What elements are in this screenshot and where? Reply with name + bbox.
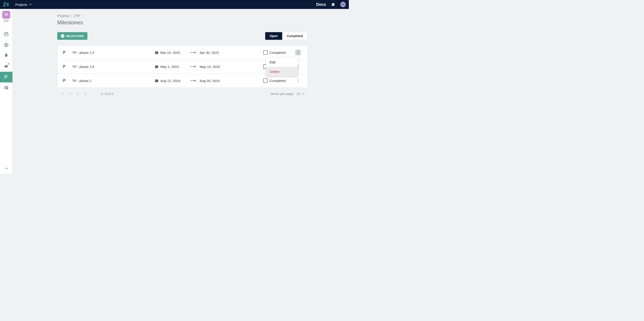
completed-checkbox[interactable] [263, 78, 268, 83]
svg-rect-9 [156, 66, 156, 67]
svg-point-7 [298, 53, 298, 54]
status-label: Completed [270, 51, 292, 54]
arrow-right-icon [4, 166, 8, 171]
plus-circle-icon [61, 34, 64, 38]
chevron-down-icon [29, 3, 32, 6]
ipp-label: Items per page: [271, 92, 294, 96]
topbar: Projects Docs HH [0, 0, 349, 9]
pager-range: 1–3 of 3 [101, 92, 113, 96]
logo-icon [3, 2, 9, 6]
arrow-right-icon [190, 65, 196, 68]
sidebar-item-rocket[interactable] [0, 50, 12, 61]
svg-point-5 [298, 51, 298, 51]
tab-completed[interactable]: Completed [282, 32, 308, 40]
milestone-name[interactable]: TP - phase 2 [72, 79, 150, 83]
flag-icon [62, 50, 70, 54]
page-title: Milestones [57, 19, 308, 26]
status-label: Completed [270, 79, 292, 83]
milestone-start: May 1, 2023 [160, 65, 187, 69]
items-per-page[interactable]: Items per page: 10 [271, 92, 304, 96]
projects-dropdown[interactable]: Projects [15, 3, 32, 6]
rocket-icon [4, 53, 9, 58]
completed-checkbox[interactable] [263, 50, 268, 55]
pager: 1–3 of 3 Items per page: 10 [57, 88, 308, 96]
sidebar-item-archive[interactable] [0, 29, 12, 39]
pager-last[interactable] [84, 92, 88, 96]
pager-next[interactable] [76, 92, 79, 96]
sidebar-item-settings[interactable] [0, 82, 12, 93]
svg-point-6 [298, 52, 298, 53]
toolbar: MILESTONE Open Completed [57, 32, 308, 40]
sidebar-item-milestones[interactable] [0, 72, 12, 82]
breadcrumb-projects[interactable]: Projects [57, 14, 69, 18]
megaphone-icon [4, 64, 9, 69]
chevron-down-icon [302, 93, 304, 95]
flag-icon [62, 79, 70, 83]
avatar[interactable]: HH [340, 2, 346, 7]
more-vert-icon [298, 79, 298, 82]
filter-toggle: Open Completed [265, 32, 308, 40]
pager-first[interactable] [60, 92, 64, 96]
sidebar-expand[interactable] [4, 166, 8, 174]
add-milestone-label: MILESTONE [66, 34, 84, 38]
calendar-icon [154, 79, 158, 83]
row-more-button[interactable] [295, 50, 301, 55]
milestone-end: Apr 30, 2023 [200, 51, 226, 54]
calendar-icon [154, 50, 158, 54]
svg-rect-4 [156, 52, 156, 53]
menu-delete[interactable]: Delete [266, 67, 298, 76]
svg-point-15 [298, 79, 298, 79]
tab-open[interactable]: Open [265, 32, 282, 40]
breadcrumb-sep: / [82, 14, 83, 18]
projects-label: Projects [15, 3, 27, 6]
svg-point-16 [298, 80, 298, 81]
milestone-start: Mar 15, 2023 [160, 51, 187, 54]
row-more-button[interactable] [295, 78, 301, 83]
gear-icon [4, 85, 9, 90]
milestone-end: Aug 26, 2024 [200, 79, 226, 83]
flag-icon [62, 64, 70, 69]
project-code: ZTP [4, 20, 9, 23]
add-milestone-button[interactable]: MILESTONE [57, 32, 88, 40]
milestone-name[interactable]: TP - phase 1.6 [72, 65, 150, 69]
svg-rect-8 [155, 65, 158, 68]
first-page-icon [60, 92, 64, 96]
flag-icon [4, 75, 9, 79]
arrow-right-icon [190, 51, 196, 54]
menu-edit[interactable]: Edit [266, 58, 298, 67]
svg-point-17 [298, 81, 298, 82]
chevron-left-icon [69, 92, 72, 96]
milestone-start: Aug 12, 2024 [160, 79, 187, 83]
arrow-right-icon [190, 79, 196, 82]
calendar-icon [154, 64, 158, 69]
pager-prev[interactable] [69, 92, 72, 96]
svg-rect-14 [156, 80, 156, 81]
sidebar-item-play[interactable] [0, 39, 12, 50]
topbar-right: Docs HH [316, 2, 346, 7]
sidebar-item-announce[interactable] [0, 61, 12, 72]
breadcrumb-sep: / [71, 14, 72, 18]
ipp-value: 10 [296, 92, 300, 96]
sidebar-divider [3, 25, 10, 26]
breadcrumb: Projects / ZTP / [57, 14, 308, 18]
svg-rect-13 [155, 79, 158, 82]
main-content: Projects / ZTP / Milestones MILESTONE Op… [12, 9, 349, 174]
milestone-end: May 15, 2023 [200, 65, 226, 69]
sidebar: TP ZTP [0, 9, 12, 174]
milestone-name[interactable]: TP - phase 1.5 [72, 51, 150, 54]
archive-icon [4, 32, 9, 37]
play-circle-icon [4, 42, 9, 47]
breadcrumb-project[interactable]: ZTP [74, 14, 80, 18]
row-context-menu: Edit Delete [266, 58, 298, 76]
chevron-right-icon [76, 92, 79, 96]
logo[interactable] [3, 2, 9, 6]
docs-link[interactable]: Docs [316, 2, 326, 7]
project-badge[interactable]: TP [2, 11, 10, 19]
last-page-icon [84, 92, 88, 96]
wrench-icon[interactable] [331, 2, 336, 7]
avatar-initials: HH [342, 3, 344, 6]
more-vert-icon [298, 51, 298, 54]
notification-dot-icon [8, 63, 10, 64]
